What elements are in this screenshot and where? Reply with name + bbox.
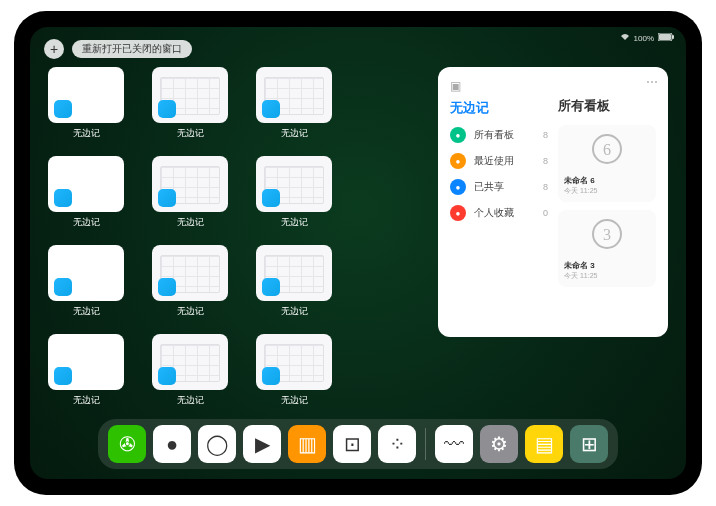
thumbnail-label: 无边记 (177, 127, 204, 140)
settings-icon[interactable]: ⚙ (480, 425, 518, 463)
appgroup-icon[interactable]: ⊞ (570, 425, 608, 463)
svg-text:6: 6 (603, 141, 611, 158)
board-name: 未命名 3 (564, 260, 595, 271)
sidebar-item-count: 8 (543, 182, 548, 192)
calendar-preview (256, 245, 332, 301)
clock-icon: ● (450, 153, 466, 169)
window-row: 无边记无边记无边记 (48, 334, 418, 407)
play-icon[interactable]: ▶ (243, 425, 281, 463)
sidebar-item-count: 8 (543, 156, 548, 166)
window-thumbnail[interactable]: 无边记 (256, 67, 332, 140)
sidebar-item-count: 0 (543, 208, 548, 218)
window-thumbnail[interactable]: 无边记 (152, 245, 228, 318)
notes-icon[interactable]: ▤ (525, 425, 563, 463)
thumbnail-label: 无边记 (73, 216, 100, 229)
calendar-preview (152, 156, 228, 212)
blank-preview (48, 334, 124, 390)
svg-text:3: 3 (603, 226, 611, 243)
thumbnail-label: 无边记 (177, 216, 204, 229)
wifi-icon (620, 33, 630, 43)
battery-icon (658, 33, 674, 43)
sidebar-item[interactable]: ● 最近使用 8 (450, 153, 548, 169)
sidebar-item[interactable]: ● 已共享 8 (450, 179, 548, 195)
thumbnail-label: 无边记 (177, 305, 204, 318)
window-thumbnail[interactable]: 无边记 (256, 334, 332, 407)
boards-title: 所有看板 (558, 97, 656, 115)
svg-rect-1 (659, 34, 671, 40)
thumbnail-label: 无边记 (177, 394, 204, 407)
dock-separator (425, 428, 426, 460)
sidebar-title: 无边记 (450, 99, 548, 117)
svg-rect-2 (672, 35, 674, 39)
thumbnail-label: 无边记 (281, 305, 308, 318)
ipad-frame: 100% + 重新打开已关闭的窗口 无边记无边记无边记无边记无边记无边记无边记无… (14, 11, 702, 495)
books-icon[interactable]: ▥ (288, 425, 326, 463)
window-thumbnail[interactable]: 无边记 (256, 245, 332, 318)
calendar-preview (256, 156, 332, 212)
calendar-preview (152, 67, 228, 123)
screen: 100% + 重新打开已关闭的窗口 无边记无边记无边记无边记无边记无边记无边记无… (30, 27, 686, 479)
boards-pane: 所有看板 6 未命名 6 今天 11:25 3 未命名 3 今天 11:25 (558, 79, 656, 325)
board-name: 未命名 6 (564, 175, 595, 186)
board-card[interactable]: 6 未命名 6 今天 11:25 (558, 125, 656, 202)
window-grid: 无边记无边记无边记无边记无边记无边记无边记无边记无边记无边记无边记无边记 (48, 67, 418, 413)
content-area: 无边记无边记无边记无边记无边记无边记无边记无边记无边记无边记无边记无边记 ⋯ ▣… (48, 67, 668, 413)
sidebar-item-count: 8 (543, 130, 548, 140)
sidebar-item-label: 最近使用 (474, 154, 514, 168)
sidebar-item-label: 个人收藏 (474, 206, 514, 220)
top-bar: + 重新打开已关闭的窗口 (44, 39, 192, 59)
people-icon: ● (450, 179, 466, 195)
window-row: 无边记无边记无边记 (48, 156, 418, 229)
thumbnail-label: 无边记 (281, 394, 308, 407)
window-thumbnail[interactable]: 无边记 (152, 156, 228, 229)
grid-icon: ● (450, 127, 466, 143)
reopen-tab-pill[interactable]: 重新打开已关闭的窗口 (72, 40, 192, 58)
calendar-preview (256, 334, 332, 390)
dock: ✇●◯▶▥⊡⁘〰⚙▤⊞ (98, 419, 618, 469)
blank-preview (48, 156, 124, 212)
board-time: 今天 11:25 (564, 186, 597, 196)
window-row: 无边记无边记无边记 (48, 67, 418, 140)
window-row: 无边记无边记无边记 (48, 245, 418, 318)
blank-preview (48, 67, 124, 123)
status-bar: 100% (620, 31, 674, 45)
add-button[interactable]: + (44, 39, 64, 59)
window-thumbnail[interactable]: 无边记 (152, 334, 228, 407)
sidebar-item[interactable]: ● 所有看板 8 (450, 127, 548, 143)
board-sketch-icon: 6 (585, 131, 629, 171)
window-thumbnail[interactable]: 无边记 (48, 334, 124, 407)
sidebar-pane: ▣ 无边记 ● 所有看板 8● 最近使用 8● 已共享 8● 个人收藏 0 (450, 79, 548, 325)
window-thumbnail[interactable]: 无边记 (48, 245, 124, 318)
window-thumbnail[interactable]: 无边记 (48, 156, 124, 229)
thumbnail-label: 无边记 (73, 305, 100, 318)
sidebar-item[interactable]: ● 个人收藏 0 (450, 205, 548, 221)
wechat-icon[interactable]: ✇ (108, 425, 146, 463)
window-thumbnail[interactable]: 无边记 (256, 156, 332, 229)
thumbnail-label: 无边记 (73, 127, 100, 140)
freeform-icon[interactable]: 〰 (435, 425, 473, 463)
battery-text: 100% (634, 34, 654, 43)
browser-icon[interactable]: ● (153, 425, 191, 463)
more-icon[interactable]: ⋯ (646, 75, 658, 89)
dice-icon[interactable]: ⊡ (333, 425, 371, 463)
sidebar-item-label: 所有看板 (474, 128, 514, 142)
board-card[interactable]: 3 未命名 3 今天 11:25 (558, 210, 656, 287)
sidebar-icon[interactable]: ▣ (450, 79, 548, 93)
blank-preview (48, 245, 124, 301)
qqbrowser-icon[interactable]: ◯ (198, 425, 236, 463)
calendar-preview (256, 67, 332, 123)
sidebar-item-label: 已共享 (474, 180, 504, 194)
thumbnail-label: 无边记 (281, 127, 308, 140)
window-thumbnail[interactable]: 无边记 (152, 67, 228, 140)
window-thumbnail[interactable]: 无边记 (48, 67, 124, 140)
heart-icon: ● (450, 205, 466, 221)
thumbnail-label: 无边记 (73, 394, 100, 407)
calendar-preview (152, 245, 228, 301)
dots-icon[interactable]: ⁘ (378, 425, 416, 463)
calendar-preview (152, 334, 228, 390)
board-time: 今天 11:25 (564, 271, 597, 281)
thumbnail-label: 无边记 (281, 216, 308, 229)
board-sketch-icon: 3 (585, 216, 629, 256)
large-app-window[interactable]: ⋯ ▣ 无边记 ● 所有看板 8● 最近使用 8● 已共享 8● 个人收藏 0 … (438, 67, 668, 337)
